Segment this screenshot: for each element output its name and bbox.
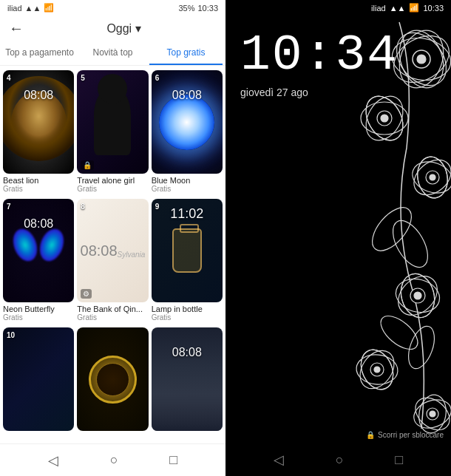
dropdown-icon[interactable]: ▾ xyxy=(135,22,141,35)
time-left: 10:33 xyxy=(197,4,218,13)
top-title: Oggi ▾ xyxy=(31,21,217,35)
lock-icon: ⚙ xyxy=(81,289,92,299)
unlock-hint: 🔒 Scorri per sbloccare xyxy=(366,431,444,439)
right-panel: iliad ▲▲ 📶 10:33 10:34 giovedì 27 ago 🔒 … xyxy=(226,0,451,476)
butterfly-illustration xyxy=(13,228,64,273)
clock-display: 10:34 giovedì 27 ago xyxy=(226,16,451,476)
tab-top-pagamento[interactable]: Top a pagamento xyxy=(3,41,76,65)
thumb-moon: 6 08:08 xyxy=(152,70,223,174)
thumb-time: 08:08 xyxy=(81,242,118,259)
recent-nav-button[interactable]: □ xyxy=(169,452,177,468)
home-nav-right[interactable]: ○ xyxy=(336,452,344,468)
thumb-city: 08:08 xyxy=(152,327,223,431)
list-item[interactable]: 10 xyxy=(3,327,74,431)
list-item[interactable]: 9 11:02 Lamp in bottle Gratis xyxy=(152,199,223,322)
top-bar: ← Oggi ▾ xyxy=(0,16,226,41)
item-sublabel: Gratis xyxy=(3,185,74,193)
item-sublabel: Gratis xyxy=(3,313,74,322)
status-right-left: 35% 10:33 xyxy=(178,4,218,13)
carrier-left: iliad xyxy=(7,4,22,13)
list-item[interactable]: 5 🔒 Travel alone girl Gratis xyxy=(77,70,148,193)
watch-inner xyxy=(96,363,129,396)
lamp-illustration xyxy=(172,228,202,273)
item-sublabel: Gratis xyxy=(77,185,148,193)
item-name: Beast lion xyxy=(3,176,74,185)
status-left: iliad ▲▲ 📶 xyxy=(7,3,54,13)
thumb-time: 08:08 xyxy=(152,89,223,102)
rank-badge: 5 xyxy=(81,74,85,82)
bottom-nav-left: ◁ ○ □ xyxy=(0,443,226,476)
back-nav-button[interactable]: ◁ xyxy=(48,452,58,469)
lock-icon: 🔒 xyxy=(366,431,375,439)
signal-icon-right: ▲▲ xyxy=(390,4,406,13)
bank-label: Sylvania xyxy=(118,251,146,259)
item-sublabel: Gratis xyxy=(152,185,223,193)
status-bar-right: iliad ▲▲ 📶 10:33 xyxy=(226,0,451,16)
thumb-lion: 4 08:08 xyxy=(3,70,74,174)
lock-icon: 🔒 xyxy=(81,160,94,170)
battery-left: 35% xyxy=(178,4,194,13)
rank-badge: 10 xyxy=(7,331,15,339)
thumb-butterfly: 7 08:08 xyxy=(3,199,74,302)
moon-illustration xyxy=(159,95,214,150)
tab-novita-top[interactable]: Novità top xyxy=(76,41,149,65)
item-name: Neon Butterfly xyxy=(3,305,74,313)
thumb-time: 08:08 xyxy=(3,89,74,102)
bottom-nav-right: ◁ ○ □ xyxy=(226,443,451,476)
rank-badge: 6 xyxy=(155,74,160,82)
thumb-dark-blue: 10 xyxy=(3,327,74,431)
grid-row-2: 7 08:08 Neon Butterfly Gratis 8 08:08 Sy… xyxy=(3,199,223,322)
wallpaper-grid: 4 08:08 Beast lion Gratis 5 🔒 Travel alo… xyxy=(0,66,226,443)
list-item[interactable]: 08:08 xyxy=(152,327,223,431)
city-illustration xyxy=(152,394,223,431)
carrier-right: iliad xyxy=(371,4,386,13)
home-nav-button[interactable]: ○ xyxy=(110,452,118,468)
recent-nav-right[interactable]: □ xyxy=(395,452,403,468)
item-name: Lamp in bottle xyxy=(152,305,223,313)
thumb-time: 08:08 xyxy=(3,217,74,231)
rank-badge: 7 xyxy=(7,203,11,211)
list-item[interactable]: 4 08:08 Beast lion Gratis xyxy=(3,70,74,193)
girl-illustration xyxy=(94,89,131,155)
wifi-icon-right: 📶 xyxy=(409,3,419,13)
back-button[interactable]: ← xyxy=(9,20,24,37)
rank-badge: 4 xyxy=(7,74,11,82)
item-name: Travel alone girl xyxy=(77,176,148,185)
thumb-girl: 5 🔒 xyxy=(77,70,148,174)
rank-badge: 9 xyxy=(155,203,160,211)
list-item[interactable]: 6 08:08 Blue Moon Gratis xyxy=(152,70,223,193)
watch-illustration xyxy=(89,356,137,404)
thumb-gold-watch xyxy=(77,327,148,431)
list-item[interactable]: 8 08:08 Sylvania ⚙ The Bank of Qin... Gr… xyxy=(77,199,148,322)
back-nav-right[interactable]: ◁ xyxy=(274,452,284,468)
status-bar-left: iliad ▲▲ 📶 35% 10:33 xyxy=(0,0,226,16)
clock-date: giovedì 27 ago xyxy=(240,86,308,98)
left-panel: iliad ▲▲ 📶 35% 10:33 ← Oggi ▾ Top a paga… xyxy=(0,0,226,476)
signal-icon-left: ▲▲ xyxy=(25,4,41,13)
clock-time: 10:34 xyxy=(240,30,399,81)
tabs-bar: Top a pagamento Novità top Top gratis xyxy=(0,41,226,66)
thumb-bank: 8 08:08 Sylvania ⚙ xyxy=(77,199,148,302)
grid-row-3: 10 08:08 xyxy=(3,327,223,431)
list-item[interactable] xyxy=(77,327,148,431)
list-item[interactable]: 7 08:08 Neon Butterfly Gratis xyxy=(3,199,74,322)
wifi-icon-left: 📶 xyxy=(44,3,54,13)
tab-top-gratis[interactable]: Top gratis xyxy=(149,41,223,65)
unlock-text: Scorri per sbloccare xyxy=(378,431,444,439)
title-text: Oggi xyxy=(106,22,132,35)
thumb-lamp: 9 11:02 xyxy=(152,199,223,302)
item-sublabel: Gratis xyxy=(77,313,148,322)
rank-badge: 8 xyxy=(81,203,85,211)
item-name: Blue Moon xyxy=(152,176,223,185)
time-right: 10:33 xyxy=(423,4,444,13)
thumb-time: 08:08 xyxy=(152,346,223,359)
thumb-time: 11:02 xyxy=(152,206,223,222)
item-name: The Bank of Qin... xyxy=(77,305,148,313)
item-sublabel: Gratis xyxy=(152,313,223,322)
grid-row-1: 4 08:08 Beast lion Gratis 5 🔒 Travel alo… xyxy=(3,70,223,193)
